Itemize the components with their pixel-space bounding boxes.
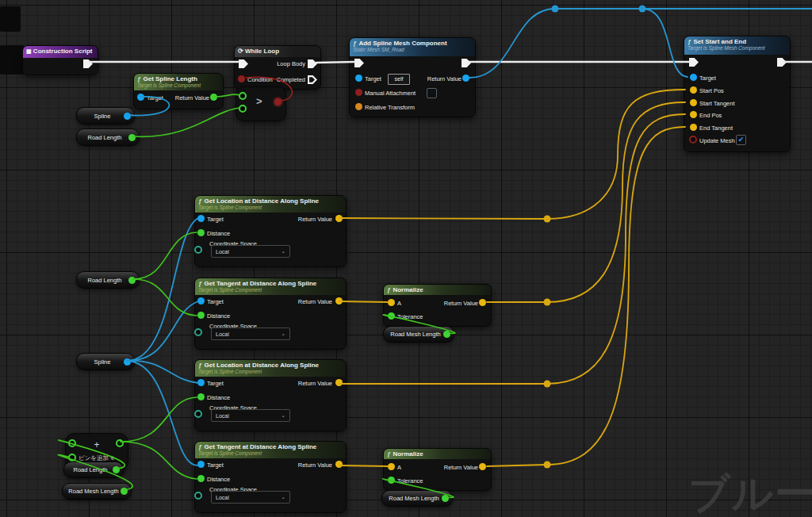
return-value-pin[interactable] (479, 463, 486, 470)
reroute-node[interactable] (544, 216, 551, 223)
end-tangent-pin[interactable] (690, 124, 697, 131)
coordinate-space-dropdown[interactable]: Local ⌄ (211, 327, 290, 340)
return-value-pin[interactable] (210, 94, 217, 101)
variable-out-pin[interactable] (121, 488, 128, 495)
script-icon: ▦ (26, 48, 32, 54)
coordinate-space-dropdown[interactable]: Local ⌄ (211, 409, 290, 422)
variable-out-pin[interactable] (443, 331, 450, 338)
target-pin[interactable] (355, 75, 362, 82)
distance-pin[interactable] (197, 475, 205, 482)
variable-pill-spline[interactable]: Spline (76, 107, 135, 124)
exec-out-pin[interactable] (83, 59, 93, 68)
update-mesh-pin[interactable] (689, 136, 697, 144)
return-value-pin[interactable] (335, 461, 343, 468)
exec-in-pin[interactable] (354, 59, 364, 67)
relative-transform-pin[interactable] (355, 103, 362, 110)
variable-out-pin[interactable] (124, 113, 131, 120)
target-pin[interactable] (197, 297, 205, 304)
exec-out-pin[interactable] (777, 58, 787, 67)
reroute-node[interactable] (552, 6, 559, 13)
tolerance-pin[interactable] (388, 312, 395, 320)
node-add-spline-mesh-component[interactable]: ƒAdd Spline Mesh Component Static Mesh S… (349, 37, 476, 117)
return-value-pin[interactable] (462, 75, 469, 82)
target-pin[interactable] (197, 461, 205, 468)
reroute-node[interactable] (544, 461, 551, 469)
coordinate-space-pin[interactable] (194, 328, 202, 336)
node-while-loop[interactable]: ⟳ While Loop Loop Body Condition Complet… (234, 45, 321, 90)
target-pin[interactable] (137, 94, 144, 101)
target-pin[interactable] (197, 215, 205, 222)
return-value-pin[interactable] (335, 297, 343, 304)
condition-pin[interactable] (238, 75, 245, 82)
completed-exec-pin[interactable] (308, 75, 317, 84)
loop-body-exec-pin[interactable] (308, 59, 317, 68)
variable-pill-road-length[interactable]: Road Length (63, 461, 124, 478)
variable-out-pin[interactable] (124, 358, 131, 366)
coordinate-space-dropdown[interactable]: Local ⌄ (211, 245, 290, 258)
result-pin[interactable] (274, 98, 282, 105)
variable-pill-road-mesh-length[interactable]: Road Mesh Length (381, 490, 453, 507)
coordinate-space-pin[interactable] (194, 246, 202, 254)
coordinate-space-dropdown[interactable]: Local ⌄ (211, 491, 290, 504)
variable-pill-spline[interactable]: Spline (76, 353, 135, 370)
start-tangent-pin[interactable] (690, 99, 697, 106)
function-icon: ƒ (198, 197, 201, 205)
node-get-spline-length[interactable]: ƒGet Spline Length Target is Spline Comp… (133, 73, 224, 109)
return-value-pin[interactable] (479, 299, 486, 306)
start-pos-pin[interactable] (690, 86, 697, 94)
node-greater[interactable]: > (236, 86, 286, 121)
pill-label: Road Length (88, 134, 128, 141)
reroute-node[interactable] (639, 6, 646, 13)
node-get-location-2[interactable]: ƒGet Location at Distance Along Spline T… (194, 359, 347, 431)
a-pin[interactable] (388, 299, 395, 306)
variable-out-pin[interactable] (442, 495, 449, 502)
add-input-b-pin[interactable] (68, 454, 76, 461)
input-b-pin[interactable] (239, 105, 247, 113)
variable-out-pin[interactable] (113, 466, 120, 473)
input-a-pin[interactable] (239, 92, 247, 100)
blueprint-graph-canvas[interactable]: { "colors": { "wire-exec": "#ebebeb", "w… (0, 0, 812, 517)
node-normalize-1[interactable]: ƒNormalize A Return Value Tolerance (383, 284, 492, 327)
exec-in-pin[interactable] (239, 59, 248, 68)
return-value-pin[interactable] (335, 379, 343, 386)
target-default-value[interactable]: self (388, 74, 410, 85)
variable-out-pin[interactable] (128, 277, 136, 284)
coordinate-space-pin[interactable] (194, 492, 202, 500)
distance-pin[interactable] (197, 312, 205, 319)
end-pos-pin[interactable] (690, 111, 697, 118)
variable-pill-road-length[interactable]: Road Length (76, 128, 140, 146)
target-pin[interactable] (197, 379, 205, 386)
distance-pin[interactable] (197, 229, 205, 236)
reroute-node[interactable] (544, 381, 551, 388)
node-get-tangent-2[interactable]: ƒGet Tangent at Distance Along Spline Ta… (194, 441, 347, 513)
wire-object (127, 361, 198, 465)
variable-pill-road-mesh-length[interactable]: Road Mesh Length (383, 326, 454, 343)
exec-in-pin[interactable] (689, 58, 699, 67)
offscreen-node[interactable] (0, 45, 24, 75)
a-pin[interactable] (388, 463, 395, 470)
target-pin[interactable] (690, 74, 697, 81)
distance-pin[interactable] (197, 393, 205, 400)
exec-out-pin[interactable] (462, 59, 471, 67)
node-get-location-1[interactable]: ƒGet Location at Distance Along Spline T… (194, 195, 347, 267)
node-normalize-2[interactable]: ƒNormalize A Return Value Tolerance (383, 448, 492, 491)
offscreen-node[interactable] (0, 6, 21, 32)
add-input-a-pin[interactable] (68, 439, 76, 447)
update-mesh-checkbox[interactable]: ✔ (736, 135, 746, 145)
manual-attachment-checkbox[interactable] (427, 88, 437, 98)
variable-pill-road-length[interactable]: Road Length (76, 271, 140, 289)
pin-label: Return Value (444, 464, 478, 471)
return-value-pin[interactable] (335, 215, 343, 222)
manual-attachment-pin[interactable] (355, 89, 362, 96)
variable-pill-road-mesh-length[interactable]: Road Mesh Length (62, 483, 132, 500)
coordinate-space-pin[interactable] (194, 410, 202, 418)
pin-label: End Tangent (699, 124, 733, 132)
reroute-node[interactable] (544, 299, 551, 306)
variable-out-pin[interactable] (128, 134, 136, 141)
node-get-tangent-1[interactable]: ƒGet Tangent at Distance Along Spline Ta… (194, 278, 347, 350)
tolerance-pin[interactable] (388, 477, 395, 484)
add-output-pin[interactable] (116, 439, 124, 447)
node-set-start-and-end[interactable]: ƒSet Start and End Target is Spline Mesh… (684, 36, 791, 152)
node-construction-script[interactable]: ▦ Construction Script (22, 45, 98, 75)
node-subtitle: Target is Spline Mesh Component (688, 45, 786, 52)
